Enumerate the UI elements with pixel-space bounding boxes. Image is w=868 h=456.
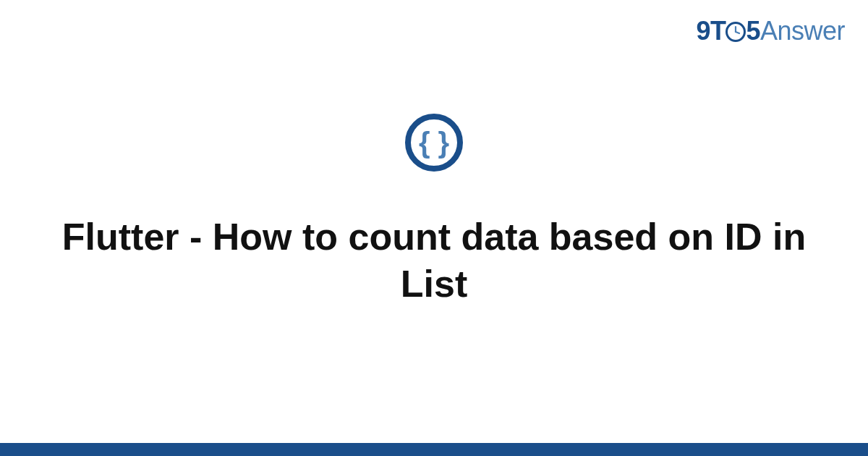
svg-text:{ }: { } xyxy=(419,127,449,159)
footer-bar xyxy=(0,443,868,456)
logo-text-5: 5 xyxy=(746,16,760,46)
clock-icon xyxy=(725,19,746,41)
code-braces-icon: { } xyxy=(404,112,464,173)
logo-text-answer: Answer xyxy=(760,16,845,46)
logo-text-9t: 9T xyxy=(696,16,726,46)
svg-line-2 xyxy=(736,32,739,33)
site-logo: 9T 5Answer xyxy=(696,16,845,46)
page-title: Flutter - How to count data based on ID … xyxy=(0,214,868,308)
